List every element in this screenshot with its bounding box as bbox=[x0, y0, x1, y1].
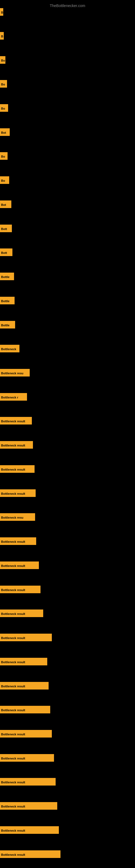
bar-row-31: Bottleneck result bbox=[0, 730, 52, 739]
bar-row-24: Bottleneck result bbox=[0, 561, 39, 570]
bar-row-10: Bott bbox=[0, 225, 12, 233]
bar-row-33: Bottleneck result bbox=[0, 778, 56, 786]
bar-label-30: Bottleneck result bbox=[0, 706, 50, 713]
bar-label-19: Bottleneck result bbox=[0, 441, 33, 448]
bar-label-7: Bo bbox=[0, 152, 8, 160]
bar-label-9: Bot bbox=[0, 200, 11, 208]
bar-row-27: Bottleneck result bbox=[0, 633, 52, 642]
bar-row-20: Bottleneck result bbox=[0, 465, 35, 474]
bar-label-16: Bottleneck resu bbox=[0, 369, 30, 376]
bar-row-26: Bottleneck result bbox=[0, 610, 43, 618]
bar-label-18: Bottleneck result bbox=[0, 417, 32, 425]
bar-label-22: Bottleneck resu bbox=[0, 513, 35, 521]
bar-label-10: Bott bbox=[0, 225, 12, 232]
bar-label-17: Bottleneck r bbox=[0, 393, 27, 401]
bar-label-25: Bottleneck result bbox=[0, 586, 41, 593]
bar-row-17: Bottleneck r bbox=[0, 393, 27, 402]
bar-label-26: Bottleneck result bbox=[0, 610, 43, 617]
bar-row-13: Bottle bbox=[0, 297, 14, 305]
bar-label-15: Bottleneck bbox=[0, 345, 19, 352]
bar-row-5: Bo bbox=[0, 104, 8, 113]
bar-row-16: Bottleneck resu bbox=[0, 369, 30, 378]
bar-label-4: Bo bbox=[0, 80, 7, 88]
bar-row-21: Bottleneck result bbox=[0, 489, 36, 498]
bar-label-24: Bottleneck result bbox=[0, 561, 39, 569]
bar-label-21: Bottleneck result bbox=[0, 489, 36, 497]
bar-label-14: Bottle bbox=[0, 321, 15, 329]
bar-row-2: B bbox=[0, 32, 4, 41]
bar-label-12: Bottle bbox=[0, 273, 14, 280]
bar-row-18: Bottleneck result bbox=[0, 417, 32, 426]
bar-label-3: Bo bbox=[0, 56, 5, 64]
bar-label-35: Bottleneck result bbox=[0, 826, 59, 834]
bar-label-6: Bot bbox=[0, 128, 10, 136]
bar-row-22: Bottleneck resu bbox=[0, 513, 35, 522]
bar-row-28: Bottleneck result bbox=[0, 658, 47, 666]
bar-row-30: Bottleneck result bbox=[0, 706, 50, 714]
bar-label-13: Bottle bbox=[0, 297, 14, 304]
bar-row-8: Bo bbox=[0, 176, 9, 185]
bar-label-36: Bottleneck result bbox=[0, 850, 60, 858]
bar-label-20: Bottleneck result bbox=[0, 465, 35, 473]
bar-label-32: Bottleneck result bbox=[0, 754, 54, 762]
bar-row-7: Bo bbox=[0, 152, 8, 161]
bar-row-29: Bottleneck result bbox=[0, 682, 49, 691]
bar-row-3: Bo bbox=[0, 56, 5, 65]
bar-label-2: B bbox=[0, 32, 4, 40]
bar-row-12: Bottle bbox=[0, 273, 14, 281]
bar-label-28: Bottleneck result bbox=[0, 658, 47, 665]
site-title: TheBottlenecker.com bbox=[0, 1, 135, 10]
bar-row-11: Bott bbox=[0, 248, 12, 257]
bar-label-8: Bo bbox=[0, 176, 9, 184]
bar-row-1: B bbox=[0, 8, 3, 17]
bar-label-27: Bottleneck result bbox=[0, 633, 52, 641]
bar-label-33: Bottleneck result bbox=[0, 778, 56, 785]
bar-row-6: Bot bbox=[0, 128, 10, 137]
bar-label-31: Bottleneck result bbox=[0, 730, 52, 738]
bar-label-11: Bott bbox=[0, 248, 12, 256]
bar-row-35: Bottleneck result bbox=[0, 826, 59, 835]
bar-label-29: Bottleneck result bbox=[0, 682, 49, 689]
bar-row-4: Bo bbox=[0, 80, 7, 89]
bar-label-23: Bottleneck result bbox=[0, 537, 36, 545]
bar-row-15: Bottleneck bbox=[0, 345, 19, 353]
bar-label-34: Bottleneck result bbox=[0, 802, 57, 810]
bar-row-19: Bottleneck result bbox=[0, 441, 33, 450]
bar-row-36: Bottleneck result bbox=[0, 850, 60, 859]
bar-row-9: Bot bbox=[0, 200, 11, 209]
bar-row-32: Bottleneck result bbox=[0, 754, 54, 763]
bar-row-25: Bottleneck result bbox=[0, 586, 41, 594]
bar-row-14: Bottle bbox=[0, 321, 15, 330]
bar-row-23: Bottleneck result bbox=[0, 537, 36, 546]
bar-row-34: Bottleneck result bbox=[0, 802, 57, 811]
bar-label-1: B bbox=[0, 8, 3, 16]
bar-label-5: Bo bbox=[0, 104, 8, 112]
